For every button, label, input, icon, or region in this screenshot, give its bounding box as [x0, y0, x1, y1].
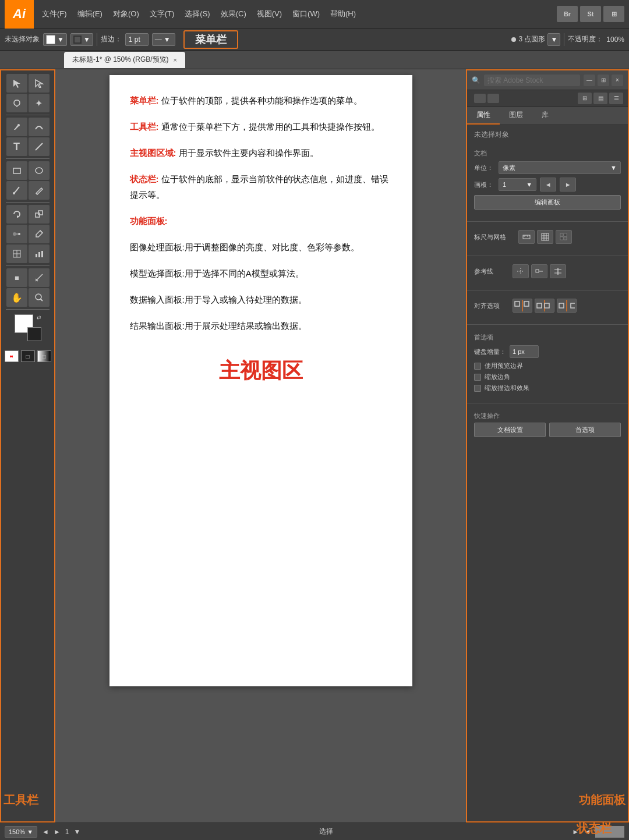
scale-tool[interactable]: [29, 205, 50, 224]
lasso-tool[interactable]: [6, 94, 27, 112]
right-panel: 🔍 — ⊞ × ⊞ ▤ ☰ 属性 图层 库: [466, 69, 629, 823]
swap-icon[interactable]: ⇄: [37, 314, 41, 320]
page-next[interactable]: ►: [54, 828, 61, 836]
menu-object[interactable]: 对象(O): [108, 6, 144, 22]
menu-file[interactable]: 文件(F): [37, 6, 72, 22]
tab-properties[interactable]: 属性: [467, 107, 500, 125]
symbol-tool[interactable]: ⏹: [6, 268, 27, 287]
gradient-swatch[interactable]: □: [37, 350, 51, 362]
snap-icon-1[interactable]: [513, 299, 532, 313]
ruler-icon[interactable]: [518, 230, 535, 244]
curvature-tool[interactable]: [29, 118, 50, 136]
page-nav[interactable]: ▼: [74, 828, 81, 836]
grid-icon[interactable]: [537, 230, 553, 244]
doc-settings-btn[interactable]: 文档设置: [474, 423, 546, 437]
document-tab[interactable]: 未标题-1* @ 150% (RGB/预览) ×: [64, 52, 185, 68]
ellipse-tool[interactable]: [29, 161, 50, 180]
close-panel-btn[interactable]: ×: [612, 75, 623, 86]
eyedropper-tool[interactable]: [29, 225, 50, 243]
artboard-row: 画板： 1 ▼ ◄ ►: [474, 178, 621, 192]
stroke-style-dropdown[interactable]: —▼: [152, 33, 175, 46]
stroke-color-dropdown[interactable]: ▼: [70, 33, 93, 46]
pixel-grid-icon[interactable]: [556, 230, 572, 244]
svg-rect-51: [545, 303, 549, 308]
zoom-dropdown[interactable]: 150% ▼: [5, 826, 37, 838]
page-prev[interactable]: ◄: [42, 828, 49, 836]
preview-bounds-checkbox[interactable]: [474, 363, 481, 370]
canvas-center-label: 主视图区: [130, 357, 392, 385]
magic-wand-tool[interactable]: ✦: [29, 94, 50, 112]
guides-icon-3[interactable]: [550, 264, 566, 278]
minimize-btn[interactable]: —: [584, 75, 595, 86]
extra-button[interactable]: ⊞: [603, 6, 624, 22]
selection-status: 选择: [319, 827, 333, 837]
none-swatch[interactable]: □: [5, 350, 19, 362]
menu-help[interactable]: 帮助(H): [326, 6, 361, 22]
paintbrush-tool[interactable]: [6, 181, 27, 200]
snap-icon-2[interactable]: [535, 299, 554, 313]
stroke-input[interactable]: [125, 33, 149, 46]
scale-strokes-checkbox[interactable]: [474, 385, 481, 392]
panel-icon-btn-1[interactable]: ⊞: [578, 93, 592, 104]
artboard-next[interactable]: ►: [560, 178, 576, 192]
edit-artboard-btn[interactable]: 编辑画板: [474, 195, 621, 210]
artboard-chevron: ▼: [526, 181, 532, 188]
direct-select-tool[interactable]: [29, 74, 50, 93]
stock-search-input[interactable]: [484, 75, 580, 86]
unit-dropdown[interactable]: 像素 ▼: [499, 161, 621, 174]
panel-list-icon[interactable]: [487, 94, 499, 103]
bridge-button[interactable]: Br: [557, 6, 578, 22]
snap-icon-3[interactable]: [557, 299, 577, 313]
rotate-tool[interactable]: [6, 205, 27, 224]
mesh-tool[interactable]: [6, 244, 27, 263]
line-tool[interactable]: [29, 137, 50, 156]
stock-button[interactable]: St: [580, 6, 601, 22]
app-logo: Ai: [5, 0, 34, 29]
menu-right-buttons: Br St ⊞: [557, 6, 624, 22]
select-tool[interactable]: [6, 74, 27, 93]
tab-close-button[interactable]: ×: [174, 56, 177, 63]
black-swatch[interactable]: □: [21, 350, 35, 362]
opacity-value: 100%: [606, 36, 624, 44]
rectangle-tool[interactable]: [6, 161, 27, 180]
menu-edit[interactable]: 编辑(E): [73, 6, 107, 22]
pen-tool[interactable]: [6, 118, 27, 136]
zoom-tool[interactable]: [29, 288, 50, 307]
menu-view[interactable]: 视图(V): [252, 6, 287, 22]
tab-layers[interactable]: 图层: [500, 107, 532, 125]
hand-tool[interactable]: ✋: [6, 288, 27, 307]
svg-point-2: [17, 124, 20, 126]
measure-tool[interactable]: [29, 268, 50, 287]
guides-icon-1[interactable]: [513, 264, 529, 278]
graph-tool[interactable]: [29, 244, 50, 263]
blend-tool[interactable]: [6, 225, 27, 243]
canvas-block-2: 工具栏: 通常位于菜单栏下方，提供常用的工具和快捷操作按钮。: [130, 119, 392, 134]
menu-select[interactable]: 选择(S): [180, 6, 214, 22]
artboard-dropdown[interactable]: 1 ▼: [499, 178, 536, 191]
menu-window[interactable]: 窗口(W): [288, 6, 324, 22]
scale-corners-checkbox[interactable]: [474, 374, 481, 381]
panel-icon-btn-2[interactable]: ▤: [593, 93, 607, 104]
shape-dropdown[interactable]: ▼: [547, 33, 560, 46]
svg-point-6: [13, 192, 15, 194]
tab-library[interactable]: 库: [532, 107, 558, 125]
stroke-swatch[interactable]: [27, 327, 41, 341]
restore-btn[interactable]: ⊞: [598, 75, 609, 86]
menu-effect[interactable]: 效果(C): [216, 6, 251, 22]
menu-text[interactable]: 文字(T): [145, 6, 179, 22]
pencil-tool[interactable]: [29, 181, 50, 200]
keyboard-increment-input[interactable]: [510, 345, 539, 358]
panel-grid-icon[interactable]: [474, 94, 486, 103]
highlight-4: 状态栏:: [130, 174, 159, 184]
toolbar-strip: 未选择对象 ▼ ▼ 描边： —▼ 菜单栏 3 点圆形 ▼ 不透明度： 100%: [0, 29, 629, 51]
fill-color-dropdown[interactable]: ▼: [43, 33, 67, 46]
preferences-btn[interactable]: 首选项: [549, 423, 621, 437]
text-tool[interactable]: T: [6, 137, 27, 156]
highlight-3: 主视图区域:: [130, 148, 176, 158]
text-1: 位于软件的顶部，提供各种功能和操作选项的菜单。: [161, 95, 362, 105]
panel-icon-btn-3[interactable]: ☰: [609, 93, 623, 104]
opacity-label: 不透明度：: [568, 34, 603, 44]
guides-icon-2[interactable]: [531, 264, 547, 278]
svg-rect-38: [564, 237, 567, 240]
artboard-prev[interactable]: ◄: [540, 178, 556, 192]
